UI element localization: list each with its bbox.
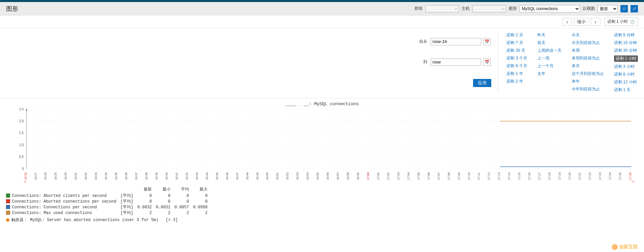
chart-svg: 00.51.01.52.02.516:2616:2716:2816:2916:3… bbox=[6, 108, 638, 182]
quick-range-link[interactable]: 上周的这一天 bbox=[537, 48, 562, 53]
quick-range-link[interactable]: 还剩 1 天 bbox=[614, 87, 638, 93]
to-calendar-button[interactable]: 📅 bbox=[483, 58, 491, 66]
fullscreen-button[interactable]: ⤢ bbox=[631, 5, 638, 12]
apply-button[interactable]: 应用 bbox=[473, 79, 491, 87]
svg-text:16:57: 16:57 bbox=[336, 172, 339, 180]
svg-text:17:09: 17:09 bbox=[457, 172, 461, 180]
to-input[interactable] bbox=[431, 58, 481, 66]
svg-text:17:24: 17:24 bbox=[608, 172, 612, 180]
svg-text:17:05: 17:05 bbox=[417, 172, 420, 180]
group-label: 群组 bbox=[415, 6, 423, 11]
host-select[interactable] bbox=[472, 5, 506, 12]
quick-range-link[interactable]: 昨天 bbox=[537, 32, 562, 38]
quick-range-link[interactable]: 这个月到目前为止 bbox=[572, 71, 604, 77]
from-calendar-button[interactable]: 📅 bbox=[483, 38, 491, 45]
legend-row: Connections: Connections per second [平均]… bbox=[6, 204, 212, 210]
chart-container: ▁▁▁▁ _ ▁▁: MySQL connections 00.51.01.52… bbox=[0, 98, 644, 184]
quick-range-link[interactable]: 还剩 2 天 bbox=[506, 32, 527, 38]
favorite-button[interactable]: ☆ bbox=[620, 5, 628, 12]
quick-range-link[interactable]: 还剩 7 天 bbox=[506, 40, 527, 46]
svg-text:16:56: 16:56 bbox=[326, 172, 329, 180]
view-select[interactable]: 图形 bbox=[598, 5, 618, 12]
quick-range-link[interactable]: 今年到目前为止 bbox=[572, 86, 604, 92]
quick-range-link[interactable]: 本周 bbox=[572, 48, 604, 53]
svg-text:17:06: 17:06 bbox=[427, 172, 430, 180]
group-select[interactable] bbox=[425, 5, 459, 12]
quick-range-link[interactable]: 上一周 bbox=[537, 55, 562, 61]
svg-text:16:39: 16:39 bbox=[155, 172, 158, 180]
svg-text:12-02: 12-02 bbox=[23, 181, 27, 182]
quick-range-link[interactable]: 今天到目前为止 bbox=[572, 40, 604, 46]
zoom-out-button[interactable]: 缩小 bbox=[574, 18, 589, 26]
quick-range-link[interactable]: 上一个月 bbox=[537, 63, 562, 69]
svg-text:16:51: 16:51 bbox=[276, 172, 279, 180]
quick-range-link[interactable]: 还剩 3 个月 bbox=[506, 55, 527, 61]
svg-text:17:26: 17:26 bbox=[629, 172, 632, 180]
svg-text:16:27: 16:27 bbox=[34, 172, 37, 180]
svg-text:16:45: 16:45 bbox=[215, 172, 219, 180]
svg-text:16:52: 16:52 bbox=[286, 172, 289, 180]
svg-text:16:36: 16:36 bbox=[124, 172, 128, 180]
svg-text:17:13: 17:13 bbox=[497, 172, 501, 180]
from-input[interactable] bbox=[431, 38, 481, 45]
svg-text:17:22: 17:22 bbox=[588, 172, 592, 180]
svg-text:16:46: 16:46 bbox=[225, 172, 229, 180]
time-prev-button[interactable]: ‹ bbox=[563, 18, 572, 26]
quick-range-link[interactable]: 还剩 1 小时 bbox=[614, 55, 638, 62]
expand-icon: ⤢ bbox=[633, 6, 636, 11]
svg-text:16:53: 16:53 bbox=[296, 172, 299, 180]
quick-range-link[interactable]: 前天 bbox=[537, 40, 562, 46]
quick-range-link[interactable]: 还剩 1 年 bbox=[506, 71, 527, 77]
svg-text:17:19: 17:19 bbox=[558, 172, 561, 180]
quick-range-link[interactable]: 还剩 6 小时 bbox=[614, 72, 638, 77]
view-label: 以视图 bbox=[583, 6, 595, 11]
to-label: 到 bbox=[419, 59, 429, 65]
quick-range-link[interactable]: 还剩 5 分钟 bbox=[614, 32, 638, 38]
graph-select[interactable]: MySQL connections bbox=[520, 5, 580, 12]
svg-text:16:44: 16:44 bbox=[205, 172, 209, 180]
quick-range-link[interactable]: 还剩 30 分钟 bbox=[614, 48, 638, 53]
quick-range-link[interactable]: 还剩 2 年 bbox=[506, 79, 527, 84]
svg-text:17:12: 17:12 bbox=[487, 172, 491, 180]
svg-text:16:30: 16:30 bbox=[64, 172, 67, 180]
graph-select-label: 图形 bbox=[509, 6, 517, 11]
svg-text:17:02: 17:02 bbox=[387, 172, 390, 180]
svg-text:16:55: 16:55 bbox=[316, 172, 319, 180]
quick-range-link[interactable]: 去年 bbox=[537, 71, 562, 77]
svg-text:1.5: 1.5 bbox=[19, 131, 24, 135]
current-range-display[interactable]: 还剩 1 小时 🕘 bbox=[604, 17, 638, 26]
quick-range-link[interactable]: 还剩 6 个月 bbox=[506, 63, 527, 69]
trigger-row: 触发器： MySQL: Server has aborted connectio… bbox=[6, 216, 212, 223]
quick-range-link[interactable]: 本月 bbox=[572, 63, 604, 69]
chevron-left-icon: ‹ bbox=[566, 19, 568, 25]
svg-text:16:37: 16:37 bbox=[135, 172, 138, 180]
svg-text:17:07: 17:07 bbox=[437, 172, 440, 180]
quick-range-link[interactable]: 还剩 3 小时 bbox=[614, 64, 638, 70]
quick-range-link[interactable]: 还剩 12 小时 bbox=[614, 79, 638, 85]
host-label: 主机 bbox=[462, 6, 470, 11]
svg-text:2.0: 2.0 bbox=[19, 119, 24, 123]
time-next-button[interactable]: › bbox=[591, 18, 600, 26]
svg-text:16:48: 16:48 bbox=[246, 172, 249, 180]
calendar-icon: 📅 bbox=[485, 60, 490, 65]
svg-text:16:32: 16:32 bbox=[84, 172, 87, 180]
time-picker-panel: 自从 📅 到 📅 应用 还剩 2 天还剩 7 天还剩 30 天还剩 3 个月还剩… bbox=[0, 28, 644, 98]
legend-row: Connections: Aborted connections per sec… bbox=[6, 199, 212, 204]
quick-range-link[interactable]: 本周到目前为止 bbox=[572, 55, 604, 61]
svg-text:17:25: 17:25 bbox=[618, 172, 622, 180]
svg-text:0.5: 0.5 bbox=[19, 155, 24, 159]
svg-text:17:14: 17:14 bbox=[507, 172, 511, 180]
quick-range-link[interactable]: 还剩 30 天 bbox=[506, 48, 527, 53]
calendar-icon: 📅 bbox=[485, 39, 490, 44]
page-header: 图形 群组 主机 图形 MySQL connections 以视图 图形 ☆ ⤢ bbox=[0, 2, 644, 15]
quick-range-link[interactable]: 还剩 15 分钟 bbox=[614, 40, 638, 46]
svg-text:17:11: 17:11 bbox=[477, 172, 480, 180]
quick-range-link[interactable]: 本年 bbox=[572, 79, 604, 84]
svg-text:17:08: 17:08 bbox=[447, 172, 451, 180]
legend-row: Connections: Aborted clients per second … bbox=[6, 193, 212, 199]
quick-range-link[interactable]: 今天 bbox=[572, 32, 604, 38]
svg-text:17:00: 17:00 bbox=[366, 172, 370, 180]
from-label: 自从 bbox=[419, 39, 429, 44]
page-title: 图形 bbox=[6, 5, 18, 13]
svg-marker-137 bbox=[26, 109, 28, 111]
